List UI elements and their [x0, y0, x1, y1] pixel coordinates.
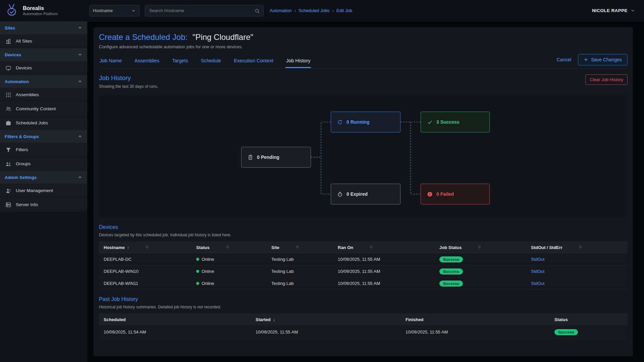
- groups-icon: [5, 161, 11, 167]
- sidebar-item-all-sites[interactable]: All Sites: [0, 34, 87, 48]
- state-failed[interactable]: 0 Failed: [421, 184, 490, 204]
- clear-job-history-button[interactable]: Clear Job History: [585, 74, 628, 85]
- sidebar-section-sites[interactable]: Sites: [0, 21, 87, 34]
- cancel-button[interactable]: Cancel: [557, 57, 572, 62]
- past-history-table-header: Scheduled Started ↓ Finished Status: [99, 313, 628, 325]
- state-running[interactable]: 0 Running: [331, 112, 400, 132]
- top-bar: Borealis Automation Platform Hostname Au…: [0, 0, 644, 21]
- sidebar-item-server-info[interactable]: Server Info: [0, 198, 87, 212]
- filter-funnel-icon[interactable]: [369, 245, 373, 250]
- state-pending[interactable]: 0 Pending: [241, 147, 311, 168]
- filter-funnel-icon[interactable]: [477, 245, 482, 250]
- tab-targets[interactable]: Targets: [171, 56, 189, 68]
- site-cell: Testing Lab: [267, 257, 333, 262]
- online-dot: [196, 258, 199, 261]
- table-row[interactable]: DEEPLAB-WIN10 Online Testing Lab 10/09/2…: [99, 265, 628, 278]
- site-cell: Testing Lab: [267, 269, 333, 274]
- online-dot: [196, 282, 199, 285]
- plus-icon: [584, 57, 588, 62]
- sidebar-section-devices[interactable]: Devices: [0, 48, 87, 61]
- tab-job-name[interactable]: Job Name: [99, 56, 122, 68]
- user-menu[interactable]: NICOLE RAPPE: [592, 8, 635, 13]
- sort-desc-icon[interactable]: ↓: [273, 317, 275, 322]
- col-ran-on[interactable]: Ran On: [333, 245, 435, 250]
- stdout-link[interactable]: StdOut: [531, 281, 544, 286]
- building-icon: [5, 38, 11, 44]
- tab-schedule[interactable]: Schedule: [200, 56, 222, 68]
- job-status-cell: Success: [435, 281, 526, 287]
- state-expired-label: 0 Expired: [346, 191, 368, 197]
- sidebar-item-assemblies[interactable]: Assemblies: [0, 88, 87, 102]
- sidebar-item-filters[interactable]: Filters: [0, 143, 87, 157]
- state-running-label: 0 Running: [346, 119, 369, 125]
- table-row[interactable]: DEEPLAB-WIN11 Online Testing Lab 10/09/2…: [99, 278, 628, 290]
- breadcrumb-scheduled-jobs[interactable]: Scheduled Jobs: [299, 8, 330, 13]
- col-finished[interactable]: Finished: [401, 317, 550, 322]
- running-icon: [337, 119, 343, 125]
- job-history-heading-wrap: Job History Showing the last 30 days of …: [99, 74, 158, 89]
- filter-funnel-icon[interactable]: [295, 245, 300, 250]
- hostname-cell: DEEPLAB-WIN11: [99, 281, 192, 286]
- stdout-link[interactable]: StdOut: [531, 257, 544, 262]
- filter-funnel-icon[interactable]: [578, 245, 583, 250]
- breadcrumb-automation[interactable]: Automation: [270, 8, 292, 13]
- sidebar-item-label: Devices: [16, 65, 32, 70]
- hostname-select[interactable]: Hostname: [89, 5, 140, 16]
- col-job-status[interactable]: Job Status: [435, 245, 526, 250]
- col-status[interactable]: Status: [192, 245, 267, 250]
- job-state-diagram: 0 Pending 0 Running 3 Success 0 Expired …: [99, 95, 628, 218]
- search-icon[interactable]: [255, 8, 260, 14]
- sidebar-item-devices[interactable]: Devices: [0, 61, 87, 75]
- sidebar-item-community-content[interactable]: Community Content: [0, 102, 87, 116]
- filter-funnel-icon[interactable]: [225, 245, 230, 250]
- page-title-job-name: "Ping Cloudflare": [193, 33, 253, 42]
- col-started[interactable]: Started ↓: [251, 317, 401, 322]
- devices-subheading: Devices targeted by this scheduled job. …: [99, 233, 231, 237]
- sidebar-item-scheduled-jobs[interactable]: Scheduled Jobs: [0, 116, 87, 130]
- sidebar-section-automation[interactable]: Automation: [0, 75, 87, 88]
- col-hostname[interactable]: Hostname ↑: [99, 245, 192, 250]
- save-changes-button[interactable]: Save Changes: [578, 54, 628, 65]
- tab-assemblies[interactable]: Assemblies: [134, 56, 160, 68]
- state-expired[interactable]: 0 Expired: [331, 184, 400, 204]
- sidebar-item-label: Assemblies: [16, 92, 39, 97]
- people-icon: [5, 106, 11, 112]
- state-success[interactable]: 3 Success: [421, 112, 490, 132]
- job-status-cell: Success: [435, 256, 526, 262]
- hostname-cell: DEEPLAB-WIN10: [99, 269, 192, 274]
- server-icon: [5, 202, 11, 208]
- chevron-up-icon: [77, 52, 83, 57]
- col-site[interactable]: Site: [267, 245, 333, 250]
- status-badge: Success: [439, 281, 463, 287]
- error-icon: [427, 191, 433, 197]
- col-stdout-stderr[interactable]: StdOut / StdErr: [526, 245, 628, 250]
- search-input[interactable]: [145, 8, 263, 13]
- sidebar-section-filters-groups[interactable]: Filters & Groups: [0, 130, 87, 143]
- devices-table: Hostname ↑ Status Site Ran On: [99, 241, 628, 290]
- table-row[interactable]: DEEPLAB-DC Online Testing Lab 10/09/2025…: [99, 253, 628, 265]
- tab-execution-context[interactable]: Execution Context: [233, 56, 274, 68]
- sort-asc-icon[interactable]: ↑: [127, 245, 129, 250]
- devices-icon: [5, 65, 11, 71]
- filter-funnel-icon[interactable]: [145, 245, 149, 250]
- section-label: Automation: [5, 79, 29, 84]
- ran-on-cell: 10/09/2025, 11:55 AM: [333, 269, 435, 274]
- sidebar-item-groups[interactable]: Groups: [0, 157, 87, 171]
- breadcrumb-edit-job[interactable]: Edit Job: [336, 8, 352, 13]
- stdout-link[interactable]: StdOut: [531, 269, 544, 274]
- tabs: Job Name Assemblies Targets Schedule Exe…: [99, 56, 311, 68]
- table-row[interactable]: 10/09/2025, 11:54 AM 10/09/2025, 11:55 A…: [99, 325, 628, 339]
- tab-actions: Cancel Save Changes: [557, 54, 628, 68]
- chevron-up-icon: [77, 134, 83, 139]
- hostname-select-value: Hostname: [93, 8, 113, 13]
- col-scheduled[interactable]: Scheduled: [99, 317, 251, 322]
- section-label: Filters & Groups: [5, 134, 39, 139]
- sidebar-section-admin-settings[interactable]: Admin Settings: [0, 171, 87, 184]
- tab-job-history[interactable]: Job History: [285, 56, 311, 68]
- col-status[interactable]: Status: [550, 317, 628, 322]
- site-cell: Testing Lab: [267, 281, 333, 286]
- past-history-heading-wrap: Past Job History Historical job history …: [99, 296, 221, 309]
- sidebar-item-user-management[interactable]: User Management: [0, 184, 87, 198]
- scheduled-cell: 10/09/2025, 11:54 AM: [99, 329, 251, 335]
- state-pending-label: 0 Pending: [257, 155, 279, 160]
